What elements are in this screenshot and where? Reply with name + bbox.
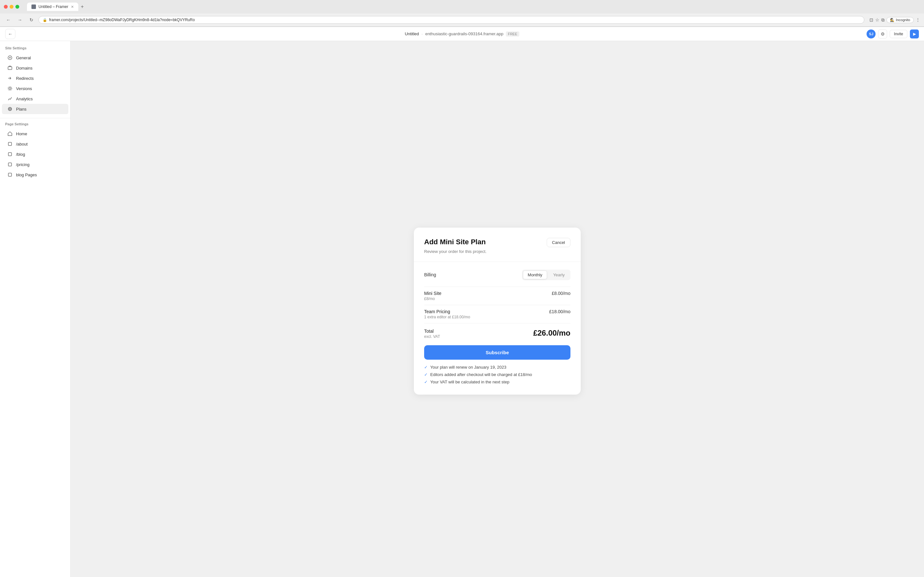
app-body: Site Settings General Domains Redirects	[0, 41, 924, 577]
info-item-1: ✓ Editors added after checkout will be c…	[424, 372, 570, 377]
tab-close-button[interactable]: ✕	[71, 5, 74, 9]
plans-icon	[7, 106, 13, 112]
star-icon[interactable]: ☆	[875, 17, 879, 23]
sidebar-item-label-about: /about	[16, 142, 27, 147]
domains-icon	[7, 65, 13, 71]
total-label: Total	[424, 329, 440, 334]
traffic-light-red[interactable]	[4, 5, 8, 9]
blog-icon	[7, 151, 13, 157]
new-tab-button[interactable]: +	[81, 4, 84, 10]
browser-titlebar: Untitled – Framer ✕ +	[0, 0, 924, 13]
svg-rect-7	[8, 142, 11, 145]
app-header: ← Untitled · enthusiastic-guardrails-093…	[0, 27, 924, 41]
reload-button[interactable]: ↻	[27, 15, 36, 24]
cancel-button[interactable]: Cancel	[547, 238, 570, 247]
menu-icon[interactable]: ⋮	[916, 17, 920, 23]
browser-chrome: Untitled – Framer ✕ + ← → ↻ 🔒 framer.com…	[0, 0, 924, 27]
svg-point-3	[9, 87, 11, 89]
browser-nav: ← → ↻ 🔒 framer.com/projects/Untitled--mZ…	[0, 13, 924, 27]
invite-button[interactable]: Invite	[890, 30, 907, 38]
sidebar-item-blog[interactable]: /blog	[2, 149, 68, 159]
sidebar-item-label-domains: Domains	[16, 66, 32, 71]
info-item-2: ✓ Your VAT will be calculated in the nex…	[424, 380, 570, 384]
subscribe-button[interactable]: Subscribe	[424, 345, 570, 359]
project-url: enthusiastic-guardrails-093164.framer.ap…	[425, 31, 503, 36]
svg-rect-9	[8, 163, 11, 166]
traffic-lights	[4, 5, 19, 9]
sidebar-item-domains[interactable]: Domains	[2, 63, 68, 73]
settings-button[interactable]: ⚙	[878, 29, 887, 39]
billing-toggle: Monthly Yearly	[522, 269, 570, 280]
line-item-label-1: Team Pricing	[424, 309, 470, 314]
blog-pages-icon	[7, 172, 13, 177]
info-text-0: Your plan will renew on January 19, 2023	[430, 365, 506, 370]
billing-row: Billing Monthly Yearly	[424, 269, 570, 280]
sidebar-item-label-general: General	[16, 55, 31, 60]
billing-label: Billing	[424, 272, 436, 277]
svg-point-6	[9, 108, 11, 110]
sidebar-item-blog-pages[interactable]: blog Pages	[2, 169, 68, 180]
modal-title: Add Mini Site Plan	[424, 238, 486, 246]
monthly-toggle[interactable]: Monthly	[523, 271, 548, 279]
plan-badge: FREE	[506, 31, 519, 37]
sidebar-item-label-plans: Plans	[16, 107, 27, 111]
home-icon	[7, 131, 13, 137]
sidebar-item-label-analytics: Analytics	[16, 97, 33, 101]
sidebar-item-redirects[interactable]: Redirects	[2, 73, 68, 83]
sidebar-item-analytics[interactable]: Analytics	[2, 93, 68, 104]
sidebar-item-general[interactable]: General	[2, 53, 68, 63]
check-icon-1: ✓	[424, 372, 428, 377]
traffic-light-green[interactable]	[15, 5, 19, 9]
modal-header: Add Mini Site Plan Cancel	[424, 238, 570, 247]
total-sublabel: excl. VAT	[424, 334, 440, 339]
main-content: Add Mini Site Plan Cancel Review your or…	[71, 41, 924, 577]
modal-subtitle: Review your order for this project.	[424, 249, 570, 254]
preview-button[interactable]: ▶	[910, 29, 919, 39]
svg-point-1	[9, 57, 11, 58]
svg-point-4	[8, 87, 12, 90]
cast-icon[interactable]: ⊡	[869, 17, 873, 23]
page-settings-section-label: Page Settings	[0, 122, 70, 129]
check-icon-2: ✓	[424, 380, 428, 384]
sidebar-item-home[interactable]: Home	[2, 129, 68, 139]
line-item-sub-1: 1 extra editor at £18.00/mo	[424, 315, 470, 319]
sidebar-item-plans[interactable]: Plans	[2, 104, 68, 114]
incognito-icon: 🕵	[890, 18, 895, 22]
header-actions: SJ ⚙ Invite ▶	[867, 29, 919, 39]
lock-icon: 🔒	[43, 18, 47, 22]
back-arrow-icon: ←	[8, 31, 13, 37]
avatar[interactable]: SJ	[867, 29, 876, 39]
back-button[interactable]: ←	[4, 15, 13, 24]
sidebar-item-label-blog: /blog	[16, 152, 25, 157]
nav-extras: ⊡ ☆ ⧉ 🕵 Incognito ⋮	[869, 17, 920, 23]
tab-title: Untitled – Framer	[39, 5, 68, 9]
address-bar[interactable]: 🔒 framer.com/projects/Untitled--mZ98oDWa…	[39, 16, 864, 24]
play-icon: ▶	[913, 32, 916, 36]
tab-bar: Untitled – Framer ✕ +	[27, 3, 84, 11]
header-title: Untitled · enthusiastic-guardrails-09316…	[405, 31, 519, 37]
line-item-mini-site: Mini Site £8/mo £8.00/mo	[424, 287, 570, 305]
active-tab[interactable]: Untitled – Framer ✕	[27, 3, 78, 11]
header-separator: ·	[422, 31, 423, 36]
info-list: ✓ Your plan will renew on January 19, 20…	[424, 365, 570, 384]
sidebar-item-label-blog-pages: blog Pages	[16, 172, 37, 177]
sidebar-item-label-home: Home	[16, 131, 27, 136]
info-text-1: Editors added after checkout will be cha…	[430, 372, 532, 377]
about-icon	[7, 141, 13, 147]
sidebar: Site Settings General Domains Redirects	[0, 41, 71, 577]
site-settings-section-label: Site Settings	[0, 46, 70, 53]
project-name: Untitled	[405, 31, 419, 36]
forward-button[interactable]: →	[15, 15, 24, 24]
incognito-badge: 🕵 Incognito	[887, 17, 914, 23]
yearly-toggle[interactable]: Yearly	[548, 271, 569, 279]
back-to-projects-button[interactable]: ←	[5, 29, 15, 39]
svg-rect-2	[8, 67, 12, 69]
sidebar-item-versions[interactable]: Versions	[2, 83, 68, 93]
extensions-icon[interactable]: ⧉	[881, 17, 885, 23]
sidebar-item-about[interactable]: /about	[2, 139, 68, 149]
gear-icon: ⚙	[881, 31, 885, 37]
total-row: Total excl. VAT £26.00/mo	[424, 323, 570, 345]
line-item-price-0: £8.00/mo	[552, 291, 570, 296]
traffic-light-yellow[interactable]	[10, 5, 13, 9]
sidebar-item-pricing[interactable]: /pricing	[2, 159, 68, 169]
